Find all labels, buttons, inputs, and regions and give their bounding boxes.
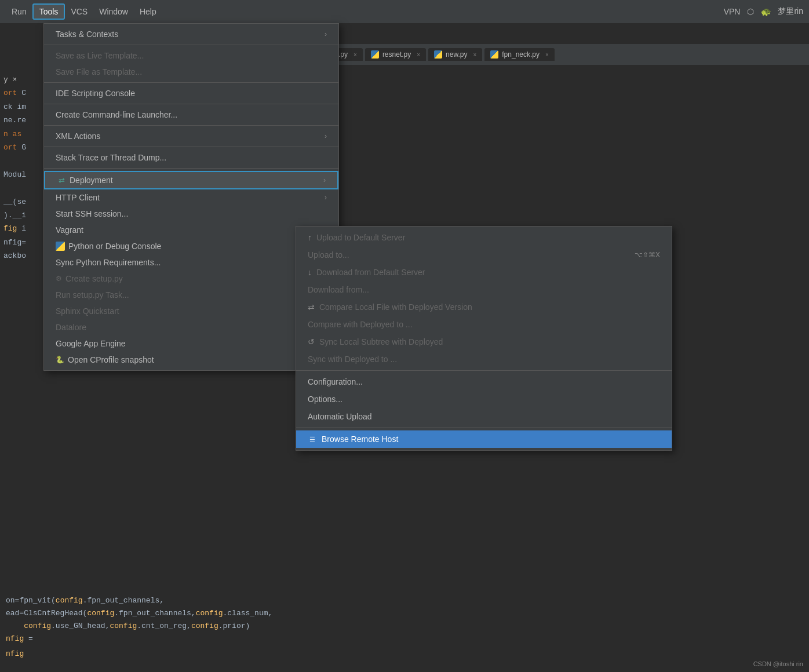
menu-item-ide-scripting-console[interactable]: IDE Scripting Console bbox=[44, 85, 338, 101]
sync-local-label: Sync Local Subtree with Deployed bbox=[319, 337, 443, 346]
menu-item-google-app-engine[interactable]: Google App Engine › bbox=[44, 335, 338, 352]
vpn-icon: ⬡ bbox=[747, 7, 754, 16]
submenu-item-compare-local: Compare Local File with Deployed Version bbox=[296, 298, 672, 316]
menu-item-datalore: Datalore › bbox=[44, 319, 338, 335]
separator-2 bbox=[44, 82, 338, 83]
tab-del-close[interactable]: × bbox=[354, 52, 357, 58]
menu-run[interactable]: Run bbox=[6, 5, 32, 19]
configuration-label: Configuration... bbox=[308, 377, 363, 386]
browse-remote-host-icon bbox=[308, 434, 317, 444]
create-setup-icon: ⚙ bbox=[56, 275, 62, 283]
save-file-template-label: Save File as Template... bbox=[56, 67, 142, 76]
menubar: Run Tools VCS Window Help VPN ⬡ 🐢 梦里rin bbox=[0, 0, 809, 23]
separator-1 bbox=[44, 45, 338, 45]
menubar-right: VPN ⬡ 🐢 梦里rin bbox=[724, 6, 803, 17]
browse-remote-host-label: Browse Remote Host bbox=[322, 434, 398, 444]
tab-fpn-label: fpn_neck.py bbox=[502, 50, 540, 59]
upload-default-icon bbox=[308, 233, 312, 242]
tab-new[interactable]: new.py × bbox=[428, 48, 482, 61]
submenu-item-download-default: Download from Default Server bbox=[296, 264, 672, 281]
download-from-label: Download from... bbox=[308, 285, 369, 294]
upload-to-label: Upload to... bbox=[308, 250, 349, 260]
deployment-submenu: Upload to Default Server Upload to... ⌥⇧… bbox=[296, 226, 672, 451]
tab-resnet[interactable]: resnet.py × bbox=[365, 48, 426, 61]
start-ssh-label: Start SSH session... bbox=[56, 209, 128, 218]
submenu-separator-1 bbox=[296, 370, 672, 371]
tasks-contexts-arrow: › bbox=[325, 30, 327, 38]
sync-python-label: Sync Python Requirements... bbox=[56, 258, 161, 267]
cprofile-icon: 🐍 bbox=[56, 356, 64, 364]
submenu-item-configuration[interactable]: Configuration... bbox=[296, 373, 672, 390]
submenu-item-upload-default: Upload to Default Server bbox=[296, 229, 672, 246]
python-console-icon bbox=[56, 242, 65, 251]
tab-fpn-close[interactable]: × bbox=[545, 52, 549, 58]
submenu-item-sync-local: Sync Local Subtree with Deployed bbox=[296, 333, 672, 350]
py-icon-new bbox=[434, 50, 442, 59]
sync-deployed-label: Sync with Deployed to ... bbox=[308, 355, 397, 364]
submenu-separator-2 bbox=[296, 428, 672, 428]
menu-item-python-console[interactable]: Python or Debug Console bbox=[44, 238, 338, 254]
menu-item-http-client[interactable]: HTTP Client › bbox=[44, 189, 338, 206]
compare-local-label: Compare Local File with Deployed Version bbox=[319, 302, 472, 312]
xml-actions-arrow: › bbox=[325, 132, 327, 140]
automatic-upload-label: Automatic Upload bbox=[308, 412, 372, 421]
submenu-item-browse-remote-host[interactable]: Browse Remote Host bbox=[296, 430, 672, 448]
vagrant-label: Vagrant bbox=[56, 225, 83, 235]
menu-vcs[interactable]: VCS bbox=[65, 5, 93, 19]
user-label: 梦里rin bbox=[778, 6, 803, 17]
deployment-icon: ⇄ bbox=[57, 176, 66, 185]
menu-item-start-ssh[interactable]: Start SSH session... bbox=[44, 206, 338, 222]
menu-item-xml-actions[interactable]: XML Actions › bbox=[44, 128, 338, 144]
menu-help[interactable]: Help bbox=[134, 5, 162, 19]
run-setup-task-label: Run setup.py Task... bbox=[56, 290, 129, 300]
tab-bar: del.py × resnet.py × new.py × fpn_neck.p… bbox=[307, 44, 809, 65]
menu-item-save-file-template: Save File as Template... bbox=[44, 64, 338, 80]
xml-actions-label: XML Actions bbox=[56, 132, 100, 141]
http-client-arrow: › bbox=[325, 193, 327, 202]
menu-item-create-launcher[interactable]: Create Command-line Launcher... bbox=[44, 107, 338, 123]
left-code-panel: y × ort C ck im ne.re n as ort G Modul _… bbox=[0, 67, 41, 268]
menu-item-tasks-contexts[interactable]: Tasks & Contexts › bbox=[44, 26, 338, 42]
separator-6 bbox=[44, 168, 338, 169]
datalore-label: Datalore bbox=[56, 323, 86, 332]
upload-default-label: Upload to Default Server bbox=[316, 233, 405, 242]
bg-code-bottom: on=fpn_vit(config.fpn_out_channels, ead=… bbox=[0, 594, 809, 660]
deployment-arrow: › bbox=[323, 176, 326, 184]
download-default-label: Download from Default Server bbox=[316, 268, 425, 277]
stack-trace-label: Stack Trace or Thread Dump... bbox=[56, 153, 166, 162]
upload-to-shortcut: ⌥⇧⌘X bbox=[635, 251, 660, 259]
sphinx-label: Sphinx Quickstart bbox=[56, 306, 119, 316]
submenu-item-download-from: Download from... bbox=[296, 281, 672, 298]
menu-item-deployment[interactable]: ⇄ Deployment › bbox=[44, 171, 338, 189]
menu-item-sync-python[interactable]: Sync Python Requirements... bbox=[44, 254, 338, 271]
compare-local-icon bbox=[308, 302, 315, 312]
submenu-item-options[interactable]: Options... bbox=[296, 390, 672, 408]
separator-3 bbox=[44, 104, 338, 104]
menu-item-stack-trace[interactable]: Stack Trace or Thread Dump... bbox=[44, 149, 338, 166]
submenu-item-sync-deployed: Sync with Deployed to ... bbox=[296, 350, 672, 368]
py-icon-fpn bbox=[490, 50, 498, 59]
tab-new-close[interactable]: × bbox=[473, 52, 476, 58]
separator-4 bbox=[44, 125, 338, 126]
create-setup-label: Create setup.py bbox=[65, 274, 123, 283]
py-icon-resnet bbox=[371, 50, 379, 59]
submenu-item-automatic-upload[interactable]: Automatic Upload bbox=[296, 408, 672, 425]
tab-resnet-close[interactable]: × bbox=[417, 52, 420, 58]
menu-window[interactable]: Window bbox=[93, 5, 134, 19]
options-label: Options... bbox=[308, 395, 342, 404]
tab-new-label: new.py bbox=[446, 50, 467, 59]
tab-resnet-label: resnet.py bbox=[382, 50, 411, 59]
download-default-icon bbox=[308, 268, 312, 277]
menu-item-open-cprofile[interactable]: 🐍 Open CProfile snapshot bbox=[44, 352, 338, 368]
deployment-label: Deployment bbox=[70, 176, 113, 185]
create-launcher-label: Create Command-line Launcher... bbox=[56, 110, 177, 119]
menu-item-run-setup-task: Run setup.py Task... bbox=[44, 287, 338, 303]
menu-item-vagrant[interactable]: Vagrant › bbox=[44, 222, 338, 238]
python-console-label: Python or Debug Console bbox=[68, 242, 161, 251]
tasks-contexts-label: Tasks & Contexts bbox=[56, 30, 118, 39]
tab-fpn-neck[interactable]: fpn_neck.py × bbox=[484, 48, 555, 61]
separator-5 bbox=[44, 147, 338, 147]
google-app-engine-label: Google App Engine bbox=[56, 339, 126, 348]
sync-local-icon bbox=[308, 337, 315, 346]
menu-tools[interactable]: Tools bbox=[32, 3, 65, 20]
